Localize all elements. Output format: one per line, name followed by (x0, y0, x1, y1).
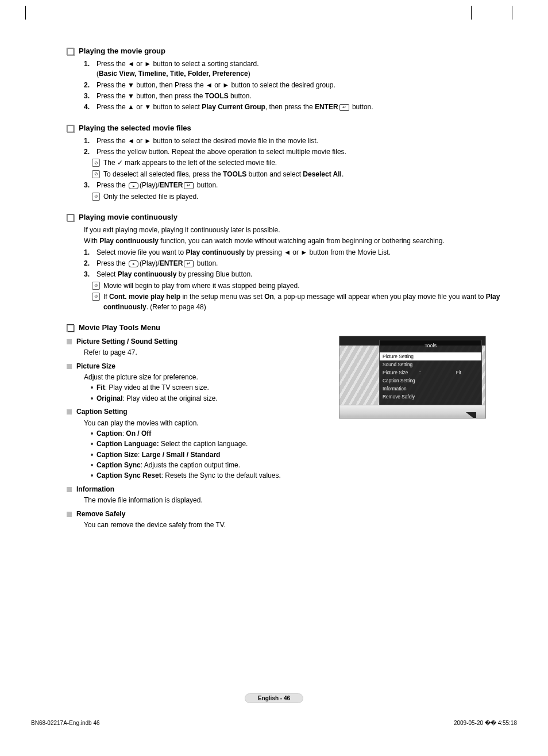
step-text: Press the yellow button. Repeat the abov… (97, 147, 346, 157)
tools-row: Remove Safely (380, 393, 481, 401)
tools-menu-figure: Tools Picture Setting Sound Setting Pict… (339, 336, 486, 419)
section-movie-play-tools-menu: Movie Play Tools Menu Tools Picture Sett… (67, 323, 502, 531)
bullet-text: Caption Sync Reset: Resets the Sync to t… (97, 471, 281, 481)
intro-text: With Play continuously function, you can… (67, 236, 502, 246)
crop-mark (471, 6, 512, 20)
page-number-pill: English - 46 (245, 693, 303, 703)
enter-icon: ↵ (184, 182, 194, 189)
square-bullet-icon (67, 364, 72, 369)
item-body: You can remove the device safely from th… (67, 520, 502, 530)
note-text: The ✓ mark appears to the left of the se… (103, 158, 277, 168)
footer-line: BN68-02217A-Eng.indb 46 2009-05-20 �� 4:… (31, 720, 517, 726)
tools-row: Sound Setting (380, 360, 481, 369)
enter-icon: ↵ (339, 104, 349, 111)
bullet-text: Fit: Play video at the TV screen size. (97, 383, 209, 393)
note-text: Only the selected file is played. (103, 192, 198, 202)
square-bullet-icon (67, 339, 72, 344)
step-text: Select Play continuously by pressing Blu… (97, 270, 252, 279)
play-icon: ▸ (129, 182, 138, 189)
item-title: Picture Setting / Sound Setting (76, 337, 177, 347)
step-text: Press the ▸(Play)/ENTER↵ button. (97, 259, 218, 268)
note-icon: ⊘ (92, 170, 100, 178)
step-text: Press the ◄ or ► button to select a sort… (97, 59, 259, 79)
tools-panel: Tools Picture Setting Sound Setting Pict… (379, 340, 482, 413)
item-title: Remove Safely (76, 509, 125, 519)
note-icon: ⊘ (92, 159, 100, 167)
section-title: Playing the movie group (79, 46, 165, 57)
section-title: Movie Play Tools Menu (79, 323, 160, 333)
footer-left: BN68-02217A-Eng.indb 46 (31, 720, 100, 726)
item-title: Information (76, 485, 114, 494)
crop-mark (17, 6, 26, 20)
square-bullet-icon (67, 409, 72, 415)
bullet-text: Caption: On / Off (97, 429, 151, 439)
square-bullet-icon (67, 512, 72, 517)
item-body: You can play the movies with caption. (67, 419, 502, 428)
bullet-text: Original: Play video at the original siz… (97, 394, 218, 404)
section-playing-movie-continuously: Playing movie continuously If you exit p… (67, 212, 502, 312)
step-text: Press the ▸(Play)/ENTER↵ button. (97, 181, 218, 190)
section-playing-movie-group: Playing the movie group 1. Press the ◄ o… (67, 46, 502, 113)
note-icon: ⊘ (92, 193, 100, 201)
tools-row: Picture Size: Fit (380, 369, 481, 377)
section-playing-selected-movie-files: Playing the selected movie files 1.Press… (67, 123, 502, 202)
box-icon (67, 214, 74, 221)
play-icon: ▸ (129, 260, 138, 267)
playback-timeline (339, 405, 485, 418)
footer-right: 2009-05-20 �� 4:55:18 (454, 720, 517, 726)
intro-text: If you exit playing movie, playing it co… (67, 225, 502, 235)
bullet-text: Caption Sync: Adjusts the caption output… (97, 460, 240, 470)
note-icon: ⊘ (92, 282, 100, 290)
step-text: Press the ◄ or ► button to select the de… (97, 136, 318, 146)
tools-row: Caption Setting (380, 377, 481, 385)
enter-icon: ↵ (184, 260, 194, 267)
section-title: Playing the selected movie files (79, 123, 191, 134)
item-body: The movie file information is displayed. (67, 496, 502, 505)
tools-row: Information (380, 385, 481, 393)
step-text: Press the ▼ button, then press the TOOLS… (97, 91, 252, 101)
section-title: Playing movie continuously (79, 212, 177, 223)
note-text: To deselect all selected files, press th… (103, 170, 344, 179)
box-icon (67, 324, 74, 332)
step-text: Select movie file you want to Play conti… (97, 248, 391, 258)
bullet-text: Caption Language: Select the caption lan… (97, 439, 248, 449)
step-text: Press the ▼ button, then Press the ◄ or … (97, 80, 335, 90)
bullet-text: Caption Size: Large / Small / Standard (97, 450, 220, 460)
item-title: Picture Size (76, 362, 115, 371)
tools-panel-title: Tools (380, 340, 481, 352)
item-title: Caption Setting (76, 407, 128, 417)
note-icon: ⊘ (92, 293, 100, 301)
box-icon (67, 48, 74, 55)
tools-row-selected: Picture Setting (380, 352, 481, 360)
square-bullet-icon (67, 487, 72, 492)
step-text: Press the ▲ or ▼ button to select Play C… (97, 102, 373, 112)
box-icon (67, 125, 74, 132)
note-text: If Cont. movie play help in the setup me… (103, 292, 502, 312)
note-text: Movie will begin to play from where it w… (103, 281, 300, 291)
page-content: Playing the movie group 1. Press the ◄ o… (67, 46, 502, 531)
